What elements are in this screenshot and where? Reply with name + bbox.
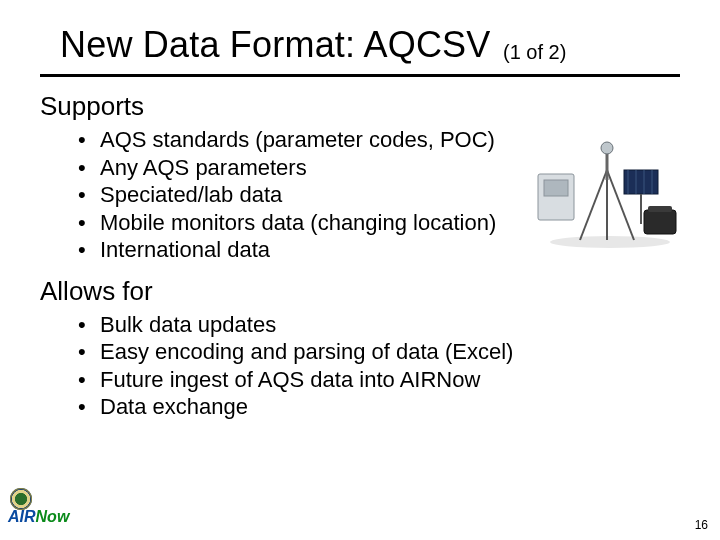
list-item: Speciated/lab data [78,181,680,209]
list-item: Future ingest of AQS data into AIRNow [78,366,680,394]
body: Supports AQS standards (parameter codes,… [0,91,720,421]
supports-list: AQS standards (parameter codes, POC) Any… [40,126,680,264]
brand-air: AIR [8,508,36,525]
brand-text: AIRNow [8,508,69,526]
brand-now: Now [36,508,70,525]
page-number: 16 [695,518,708,532]
slide: New Data Format: AQCSV (1 of 2) [0,0,720,540]
title-rule [40,74,680,77]
list-item: Bulk data updates [78,311,680,339]
slide-title: New Data Format: AQCSV [60,24,491,65]
epa-seal-icon [10,488,32,510]
title-wrap: New Data Format: AQCSV (1 of 2) [0,0,720,66]
section-heading-supports: Supports [40,91,680,122]
slide-pager: (1 of 2) [495,41,566,63]
list-item: AQS standards (parameter codes, POC) [78,126,680,154]
list-item: Any AQS parameters [78,154,680,182]
list-item: Data exchange [78,393,680,421]
section-heading-allows: Allows for [40,276,680,307]
airnow-logo: AIRNow [6,488,76,532]
list-item: International data [78,236,680,264]
allows-list: Bulk data updates Easy encoding and pars… [40,311,680,421]
list-item: Mobile monitors data (changing location) [78,209,680,237]
list-item: Easy encoding and parsing of data (Excel… [78,338,680,366]
